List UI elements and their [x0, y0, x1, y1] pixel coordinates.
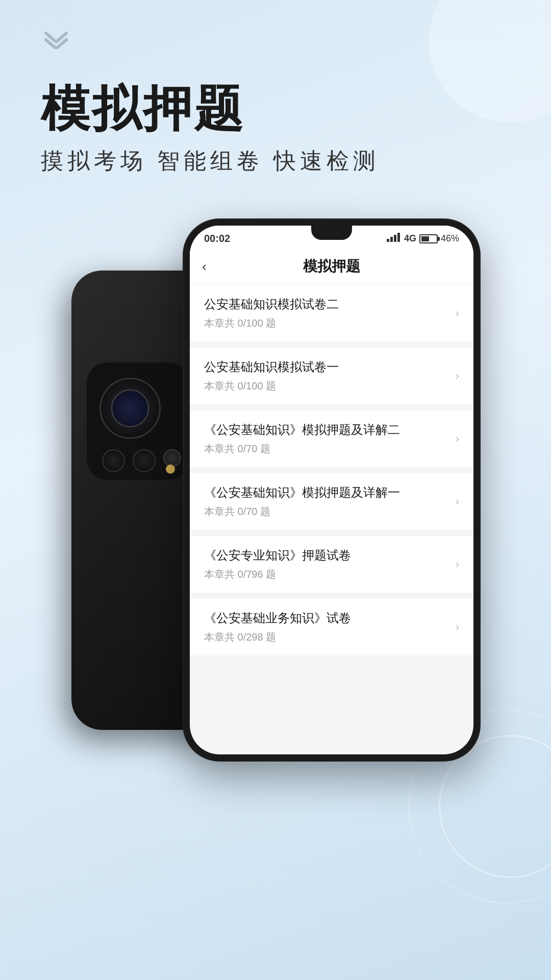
list-item-text-1: 公安基础知识模拟试卷一 本章共 0/100 题: [204, 359, 339, 393]
svg-rect-1: [390, 237, 393, 242]
list-item-subtitle-0: 本章共 0/100 题: [204, 316, 339, 330]
header-section: 模拟押题 摸拟考场 智能组卷 快速检测: [41, 82, 380, 176]
list-item-text-4: 《公安专业知识》押题试卷 本章共 0/796 题: [204, 547, 351, 581]
phone-screen: 00:02 4G: [190, 226, 473, 754]
network-type: 4G: [404, 233, 416, 244]
list-item-title-0: 公安基础知识模拟试卷二: [204, 296, 339, 312]
list-item-arrow-5: ›: [456, 621, 459, 634]
list-item-text-3: 《公安基础知识》模拟押题及详解一 本章共 0/70 题: [204, 484, 400, 519]
list-item-subtitle-4: 本章共 0/796 题: [204, 568, 351, 581]
list-item-subtitle-1: 本章共 0/100 题: [204, 379, 339, 393]
screen-body: 公安基础知识模拟试卷二 本章共 0/100 题 › 公安基础知识模拟试卷一 本章…: [190, 285, 473, 754]
phone-notch: [311, 226, 352, 240]
camera-main-lens: [99, 378, 161, 439]
svg-rect-3: [397, 233, 400, 242]
list-item[interactable]: 《公安基础知识》模拟押题及详解一 本章共 0/70 题 ›: [190, 473, 473, 530]
list-item-arrow-3: ›: [456, 495, 459, 508]
list-item[interactable]: 公安基础知识模拟试卷二 本章共 0/100 题 ›: [190, 285, 473, 341]
screen-nav: ‹ 模拟押题: [190, 249, 473, 285]
list-item-arrow-4: ›: [456, 558, 459, 571]
list-item-text-2: 《公安基础知识》模拟押题及详解二 本章共 0/70 题: [204, 422, 400, 456]
phone-front: 00:02 4G: [184, 219, 480, 761]
signal-icon: [387, 233, 401, 244]
list-item-title-1: 公安基础知识模拟试卷一: [204, 359, 339, 375]
bg-decoration-circle-top: [429, 0, 551, 122]
exam-list: 公安基础知识模拟试卷二 本章共 0/100 题 › 公安基础知识模拟试卷一 本章…: [190, 285, 473, 655]
battery-fill: [421, 236, 429, 241]
battery-percent: 46%: [441, 233, 459, 244]
chevron-double-icon: [41, 31, 71, 49]
battery-indicator: [419, 234, 438, 243]
phone-area: 00:02 4G: [71, 219, 551, 980]
status-icons: 4G 46%: [387, 233, 459, 244]
battery-icon: [419, 234, 438, 243]
list-item-subtitle-3: 本章共 0/70 题: [204, 505, 400, 519]
camera-lens-2: [133, 449, 156, 472]
list-item-arrow-0: ›: [456, 307, 459, 320]
list-item-arrow-2: ›: [456, 432, 459, 446]
camera-flash: [166, 464, 175, 474]
list-item[interactable]: 《公安基础业务知识》试卷 本章共 0/298 题 ›: [190, 599, 473, 655]
list-item-subtitle-5: 本章共 0/298 题: [204, 630, 351, 644]
list-item-title-4: 《公安专业知识》押题试卷: [204, 547, 351, 564]
nav-back-button[interactable]: ‹: [202, 259, 207, 275]
list-item[interactable]: 《公安专业知识》押题试卷 本章共 0/796 题 ›: [190, 536, 473, 593]
main-title: 模拟押题: [41, 82, 380, 136]
list-item-text-0: 公安基础知识模拟试卷二 本章共 0/100 题: [204, 296, 339, 330]
svg-rect-2: [394, 235, 396, 242]
nav-title: 模拟押题: [303, 257, 360, 276]
list-item-text-5: 《公安基础业务知识》试卷 本章共 0/298 题: [204, 610, 351, 644]
list-item-title-3: 《公安基础知识》模拟押题及详解一: [204, 484, 400, 501]
list-item-title-2: 《公安基础知识》模拟押题及详解二: [204, 422, 400, 438]
list-item-title-5: 《公安基础业务知识》试卷: [204, 610, 351, 626]
camera-module: [87, 362, 189, 480]
list-item-arrow-1: ›: [456, 370, 459, 383]
list-item[interactable]: 公安基础知识模拟试卷一 本章共 0/100 题 ›: [190, 348, 473, 404]
list-item-subtitle-2: 本章共 0/70 题: [204, 442, 400, 456]
svg-rect-0: [387, 239, 389, 242]
status-time: 00:02: [204, 233, 230, 244]
camera-lens-1: [102, 449, 125, 472]
list-item[interactable]: 《公安基础知识》模拟押题及详解二 本章共 0/70 题 ›: [190, 410, 473, 467]
subtitle: 摸拟考场 智能组卷 快速检测: [41, 146, 380, 176]
